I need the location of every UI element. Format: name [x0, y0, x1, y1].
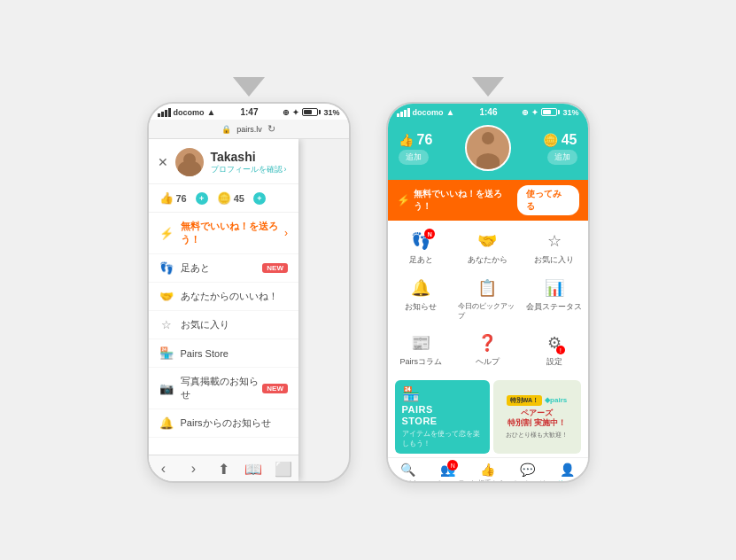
wifi-icon: ▲: [207, 107, 216, 117]
coins-add-button[interactable]: +: [253, 192, 266, 205]
notification-label: お知らせ: [405, 301, 437, 313]
grid-menu: 👣 N 足あと 🤝 あなたから ☆ お気に入り 🔔: [388, 221, 588, 377]
bt-icon: ⊕: [283, 108, 290, 117]
other-nav-label: その他: [557, 478, 578, 483]
grid-help[interactable]: ❓ ヘルプ: [454, 326, 521, 373]
menu-item-favorites[interactable]: ☆ お気に入り: [149, 311, 299, 339]
promo-arrow: ›: [284, 227, 288, 239]
from-you-icon-wrap: 🤝: [477, 231, 497, 251]
member-status-icon-wrap: 📊: [545, 278, 564, 298]
footprint-grid-label: 足あと: [409, 254, 433, 266]
grid-from-you[interactable]: 🤝 あなたから: [454, 224, 521, 271]
drawer-close-button[interactable]: ✕: [158, 155, 168, 169]
signal-icon-2: [397, 108, 410, 117]
avatar: [175, 148, 204, 176]
coins-add-button-2[interactable]: 追加: [547, 150, 577, 165]
phone2-wrapper: docomo ▲ 1:46 ⊕ ✦ 31% 👍: [386, 77, 590, 483]
time-label-2: 1:46: [479, 107, 497, 117]
phone1: docomo ▲ 1:47 ⊕ ✦ 31% 🔒 pairs.lv ↻: [147, 102, 351, 483]
footprint-icon-wrap: 👣 N: [411, 231, 430, 251]
menu-item-likes-from[interactable]: 🤝 あなたからのいいね！: [149, 283, 299, 311]
url-text[interactable]: pairs.lv: [236, 125, 262, 134]
grid-settings[interactable]: ⚙ ! 設定: [521, 326, 587, 373]
favorites-grid-label: お気に入り: [534, 254, 574, 266]
arrow-down-left: [233, 77, 265, 97]
footprint-n-badge: N: [424, 229, 435, 239]
grid-column[interactable]: 📰 Pairsコラム: [388, 326, 454, 373]
likes-add-button-2[interactable]: 追加: [399, 150, 429, 165]
notification-icon-wrap: 🔔: [411, 278, 430, 298]
arrow-down-right: [472, 77, 504, 97]
member-status-icon: 📊: [545, 279, 564, 297]
notice-icon: 🔔: [159, 416, 174, 430]
promo-button[interactable]: 使ってみる: [517, 185, 578, 215]
username-label: Takashi: [211, 150, 287, 164]
nav-other[interactable]: 👤 その他: [547, 458, 587, 483]
favorites-icon-wrap: ☆: [547, 231, 562, 251]
menu-item-notice[interactable]: 🔔 Pairsからのお知らせ: [149, 409, 299, 438]
lock-icon: 🔒: [221, 125, 231, 134]
nav-share[interactable]: ⬆: [208, 461, 238, 478]
store-subtitle: アイテムを使って恋を楽しもう！: [402, 429, 483, 448]
likes-count-2: 76: [417, 132, 433, 148]
favorites-label: お気に入り: [181, 318, 229, 331]
promo-label: 無料でいいね！を送ろう！: [181, 220, 285, 246]
pickup-icon: 📋: [477, 279, 497, 297]
search-nav-label: さがす: [397, 478, 418, 483]
bolt-icon: ⚡: [397, 194, 410, 206]
nav-back[interactable]: ‹: [149, 461, 179, 478]
nav-forward[interactable]: ›: [178, 461, 208, 478]
grid-notification[interactable]: 🔔 お知らせ: [388, 271, 454, 326]
nav-community[interactable]: 👥 N コミュニティ: [428, 458, 468, 483]
grid-footprint[interactable]: 👣 N 足あと: [388, 224, 454, 271]
nav-search[interactable]: 🔍 さがす: [388, 458, 428, 483]
nav-tabs[interactable]: ⬜: [268, 461, 298, 478]
promo-text: 無料でいいね！を送ろう！: [414, 188, 518, 213]
likes-add-button[interactable]: +: [196, 192, 208, 205]
store-title: PAIRSSTORE: [402, 404, 438, 427]
grid-pickup[interactable]: 📋 今日のピックアップ: [454, 271, 521, 326]
menu-item-photo[interactable]: 📷 写真掲載のお知らせ NEW: [149, 368, 299, 409]
nav-likes-received[interactable]: 👍 お相手から: [468, 458, 507, 483]
phone1-status-bar: docomo ▲ 1:47 ⊕ ✦ 31%: [149, 104, 349, 120]
store-banner: 🏪 PAIRSSTORE アイテムを使って恋を楽しもう！ 特別WA！ ◆pair…: [395, 380, 581, 454]
grid-favorites[interactable]: ☆ お気に入り: [521, 224, 587, 271]
signal-icon: [158, 108, 171, 117]
messages-nav-icon: 💬: [520, 463, 535, 477]
store-banner-left[interactable]: 🏪 PAIRSSTORE アイテムを使って恋を楽しもう！: [395, 380, 490, 454]
wifi-icon-2: ▲: [446, 107, 455, 117]
menu-item-promo[interactable]: ⚡ 無料でいいね！を送ろう！ ›: [149, 213, 299, 254]
likes-received-nav-icon: 👍: [480, 463, 495, 477]
favorites-grid-icon: ☆: [547, 232, 562, 250]
community-nav-label: コミュニティ: [430, 478, 466, 483]
grid-member-status[interactable]: 📊 会員ステータス: [521, 271, 587, 326]
promo-note: おひとり様も大歓迎！: [506, 431, 568, 439]
settings-badge: !: [556, 346, 565, 354]
column-icon: 📰: [411, 334, 430, 352]
profile-link[interactable]: プロフィールを確認 ›: [211, 164, 287, 175]
likes-stat: 👍 76: [159, 191, 187, 205]
photo-label: 写真掲載のお知らせ: [181, 375, 263, 401]
phone1-wrapper: docomo ▲ 1:47 ⊕ ✦ 31% 🔒 pairs.lv ↻: [147, 77, 351, 483]
teal-header: 👍 76 追加 🪙 45 追加: [388, 120, 588, 180]
battery-label: 31%: [323, 108, 339, 117]
likes-from-label: あなたからのいいね！: [181, 290, 278, 303]
nav-bookmarks[interactable]: 📖: [238, 461, 268, 478]
photo-new-badge: NEW: [262, 384, 288, 393]
coins-icon: 🪙: [217, 191, 231, 205]
phone1-bottom-nav: ‹ › ⬆ 📖 ⬜: [149, 455, 299, 481]
store-banner-right[interactable]: 特別WA！ ◆pairs ペアーズ特別割 実施中！ おひとり様も大歓迎！: [493, 380, 581, 454]
drawer-stats: 👍 76 + 🪙 45 +: [149, 184, 299, 213]
menu-item-pairs-store[interactable]: 🏪 Pairs Store: [149, 339, 299, 368]
pairs-logo: ◆pairs: [545, 396, 567, 404]
photo-icon: 📷: [159, 382, 174, 395]
reload-icon[interactable]: ↻: [267, 123, 275, 135]
messages-nav-label: メッセージ: [510, 478, 546, 483]
bottom-nav-2: 🔍 さがす 👥 N コミュニティ 👍 お相手から 💬 メッセージ 👤 その他: [388, 457, 588, 483]
header-row: 👍 76 追加 🪙 45 追加: [399, 125, 577, 171]
special-text: ペアーズ特別割 実施中！: [507, 408, 566, 429]
store-label: Pairs Store: [181, 348, 229, 359]
menu-item-footprint[interactable]: 👣 足あと NEW: [149, 254, 299, 283]
pickup-label: 今日のピックアップ: [458, 301, 517, 321]
nav-messages[interactable]: 💬 メッセージ: [507, 458, 547, 483]
